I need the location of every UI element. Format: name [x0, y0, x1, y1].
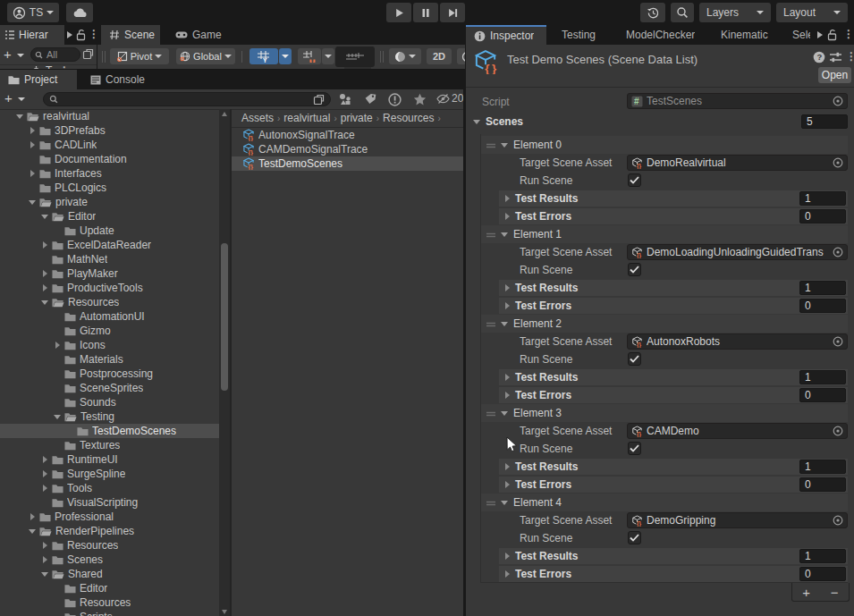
foldout-closed-icon[interactable] [38, 284, 52, 291]
foldout-open-icon[interactable] [38, 215, 52, 219]
foldout-closed-icon[interactable] [25, 141, 39, 148]
target-scene-asset-field[interactable]: {}DemoLoadingUnloadingGuidedTrans [627, 244, 848, 260]
script-object-field[interactable]: # TestScenes [627, 93, 848, 109]
log-filter-icon[interactable] [388, 93, 402, 106]
chevron-down-icon[interactable] [17, 54, 24, 57]
tree-item-renderpipelines[interactable]: RenderPipelines [0, 524, 219, 538]
tree-item-tools[interactable]: Tools [0, 481, 219, 495]
breadcrumb-segment[interactable]: private [341, 112, 373, 124]
foldout-closed-icon[interactable] [38, 470, 52, 477]
test-errors-row[interactable]: Test Errors0 [499, 298, 848, 314]
tree-item-postprocessing[interactable]: Postprocessing [0, 367, 219, 381]
foldout-open-icon[interactable] [38, 300, 52, 305]
tab-inspector[interactable]: Inspector [466, 25, 546, 45]
foldout-open-icon[interactable] [501, 411, 508, 416]
foldout-closed-icon[interactable] [38, 270, 52, 277]
hierarchy-search-input[interactable]: All [30, 47, 80, 62]
run-scene-checkbox[interactable] [628, 442, 641, 455]
test-errors-value[interactable]: 0 [799, 388, 846, 402]
undo-history-button[interactable] [640, 3, 665, 22]
tree-item-plclogics[interactable]: PLCLogics [0, 181, 219, 195]
tree-item-gizmo[interactable]: Gizmo [0, 324, 219, 338]
target-scene-asset-field[interactable]: {}CAMDemo [627, 423, 848, 439]
foldout-open-icon[interactable] [50, 415, 64, 419]
tree-item-realvirtual[interactable]: realvirtual [0, 109, 219, 123]
foldout-closed-icon[interactable] [38, 556, 52, 563]
scrollbar-thumb[interactable] [221, 243, 228, 391]
run-scene-checkbox[interactable] [628, 173, 641, 187]
tree-item-mathnet[interactable]: MathNet [0, 252, 219, 266]
foldout-open-icon[interactable] [13, 114, 27, 119]
scenes-size-field[interactable]: 5 [801, 114, 848, 129]
foldout-closed-icon[interactable] [505, 570, 510, 578]
tree-item-visualscripting[interactable]: VisualScripting [0, 495, 219, 510]
element-header[interactable]: Element 1 [481, 225, 848, 243]
global-search-button[interactable] [671, 3, 694, 22]
pause-button[interactable] [413, 3, 438, 22]
tab-game[interactable]: Game [167, 25, 224, 45]
tree-item-editor[interactable]: Editor [0, 209, 219, 224]
unlock-icon[interactable] [76, 29, 87, 41]
tab-select[interactable]: Select [784, 25, 818, 45]
test-errors-row[interactable]: Test Errors0 [499, 208, 848, 224]
file-item-camdemosignaltrace[interactable]: {}CAMDemoSignalTrace [232, 142, 463, 156]
test-results-value[interactable]: 1 [799, 370, 846, 384]
breadcrumb-segment[interactable]: Resources [383, 112, 434, 124]
foldout-open-icon[interactable] [501, 232, 508, 237]
foldout-closed-icon[interactable] [25, 127, 39, 134]
grid-options-dropdown[interactable] [279, 48, 292, 64]
test-results-row[interactable]: Test Results1 [499, 459, 848, 475]
object-picker-icon[interactable] [833, 247, 843, 257]
tab-testing[interactable]: Testing [554, 25, 611, 45]
foldout-closed-icon[interactable] [38, 485, 52, 492]
chevron-down-icon[interactable] [18, 97, 25, 101]
run-scene-checkbox[interactable] [628, 263, 641, 276]
test-errors-row[interactable]: Test Errors0 [499, 387, 848, 403]
test-results-value[interactable]: 1 [799, 281, 846, 295]
foldout-open-icon[interactable] [501, 143, 508, 148]
target-scene-asset-field[interactable]: {}AutonoxRobots [627, 333, 848, 350]
open-search-window-icon[interactable] [313, 94, 325, 105]
test-errors-row[interactable]: Test Errors0 [499, 566, 848, 582]
foldout-closed-icon[interactable] [25, 513, 39, 520]
tree-item-resources[interactable]: Resources [0, 295, 219, 309]
tab-kinematic[interactable]: Kinematic [713, 25, 777, 45]
object-picker-icon[interactable] [833, 336, 843, 347]
drag-handle-icon[interactable] [486, 228, 495, 240]
test-errors-value[interactable]: 0 [799, 209, 846, 224]
test-errors-row[interactable]: Test Errors0 [499, 477, 848, 493]
test-results-row[interactable]: Test Results1 [499, 548, 848, 564]
tree-item-scenesprites[interactable]: SceneSprites [0, 381, 219, 395]
tree-item-testing[interactable]: Testing [0, 409, 219, 424]
step-button[interactable] [440, 3, 465, 22]
drag-handle-icon[interactable] [486, 317, 495, 330]
layers-dropdown[interactable]: Layers [699, 3, 771, 22]
foldout-closed-icon[interactable] [25, 170, 39, 177]
pivot-toggle[interactable]: Pivot [110, 48, 169, 64]
create-asset-button[interactable]: + [4, 90, 13, 105]
open-asset-button[interactable]: Open [818, 67, 851, 83]
project-search-input[interactable] [43, 92, 331, 106]
header-menu-icon[interactable]: ⋮ [846, 50, 854, 63]
foldout-open-icon[interactable] [25, 529, 39, 534]
test-results-value[interactable]: 1 [799, 460, 846, 474]
play-button[interactable] [386, 3, 411, 22]
tree-item-textures[interactable]: Textures [0, 438, 219, 452]
tree-item-shared[interactable]: Shared [0, 567, 219, 581]
search-by-type-icon[interactable] [338, 93, 352, 105]
overlay-toolbar-button[interactable] [335, 46, 375, 67]
element-header[interactable]: Element 2 [481, 315, 848, 333]
create-object-button[interactable]: + [4, 46, 12, 62]
foldout-closed-icon[interactable] [505, 284, 510, 291]
tree-scrollbar[interactable] [219, 109, 230, 616]
tree-item-interfaces[interactable]: Interfaces [0, 166, 219, 181]
help-icon[interactable]: ? [813, 51, 825, 63]
snap-toggle[interactable] [298, 48, 321, 64]
test-results-row[interactable]: Test Results1 [499, 369, 848, 385]
tree-item-resources[interactable]: Resources [0, 595, 219, 610]
foldout-closed-icon[interactable] [38, 241, 52, 249]
account-dropdown[interactable]: TS [7, 3, 59, 22]
element-header[interactable]: Element 4 [481, 494, 848, 511]
tab-scene[interactable]: Scene [101, 25, 160, 45]
drag-handle-icon[interactable] [486, 139, 495, 151]
